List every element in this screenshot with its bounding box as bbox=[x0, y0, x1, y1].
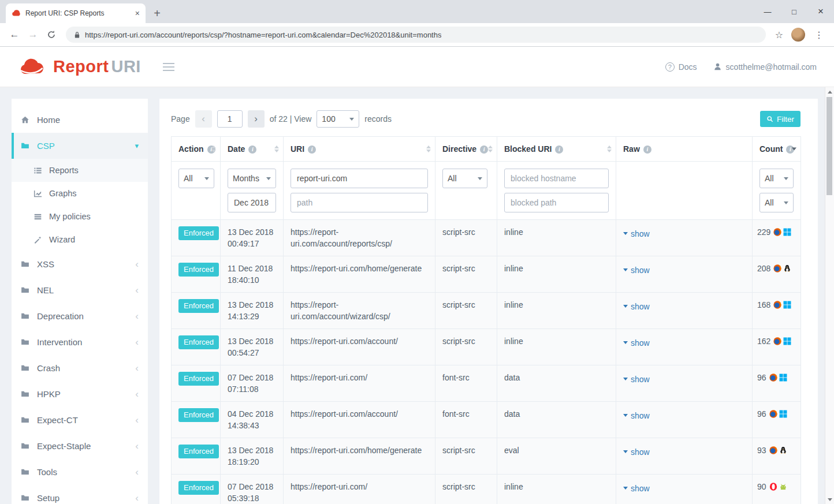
info-icon[interactable] bbox=[643, 145, 651, 154]
sidebar-item-csp[interactable]: CSP ▾ bbox=[12, 133, 148, 159]
uri-path-input[interactable] bbox=[291, 193, 428, 212]
uri-cell: https://report-uri.com/ bbox=[284, 475, 435, 504]
sidebar-item-nel[interactable]: NEL‹ bbox=[12, 277, 148, 303]
enforced-badge: Enforced bbox=[178, 445, 219, 458]
new-tab-button[interactable]: + bbox=[149, 5, 165, 21]
sidebar-item-setup[interactable]: Setup‹ bbox=[12, 485, 148, 504]
caret-down-icon bbox=[784, 177, 788, 180]
sidebar-item-crash[interactable]: Crash‹ bbox=[12, 355, 148, 381]
prev-page-button[interactable]: ‹ bbox=[195, 110, 212, 128]
show-raw-link[interactable]: show bbox=[623, 264, 650, 276]
action-filter-select[interactable]: All bbox=[178, 169, 214, 188]
browser-menu-icon[interactable]: ⋮ bbox=[810, 29, 828, 40]
show-raw-link[interactable]: show bbox=[623, 374, 650, 385]
chevron-left-icon: ‹ bbox=[135, 415, 139, 425]
show-raw-link[interactable]: show bbox=[623, 410, 650, 421]
wizard-icon bbox=[33, 236, 42, 244]
enforced-badge: Enforced bbox=[178, 299, 219, 313]
date-filter-input[interactable] bbox=[228, 193, 276, 212]
sidebar-item-intervention[interactable]: Intervention‹ bbox=[12, 329, 148, 355]
app-header: ReportURI Docs scotthelme@hotmail.com bbox=[0, 47, 834, 87]
next-page-button[interactable]: › bbox=[248, 110, 265, 128]
show-raw-link[interactable]: show bbox=[623, 446, 650, 458]
table-row: Enforced 13 Dec 201800:49:17 https://rep… bbox=[172, 220, 801, 256]
column-date[interactable]: Date bbox=[221, 137, 284, 162]
show-raw-link[interactable]: show bbox=[623, 301, 650, 312]
firefox-icon bbox=[773, 228, 781, 236]
blocked-hostname-input[interactable] bbox=[504, 169, 609, 188]
uri-hostname-input[interactable] bbox=[291, 169, 428, 188]
info-icon[interactable] bbox=[308, 145, 316, 154]
sidebar-toggle-icon[interactable] bbox=[163, 63, 174, 71]
column-action[interactable]: Action bbox=[172, 137, 221, 162]
bookmark-star-icon[interactable]: ☆ bbox=[772, 29, 787, 40]
opera-icon bbox=[769, 483, 777, 491]
count-filter-select-1[interactable]: All bbox=[759, 169, 794, 188]
scroll-down-icon[interactable] bbox=[825, 495, 834, 504]
count-filter-select-2[interactable]: All bbox=[759, 193, 794, 212]
scrollbar-thumb[interactable] bbox=[826, 97, 832, 195]
report-uri-logo[interactable]: ReportURI bbox=[17, 57, 141, 77]
show-raw-link[interactable]: show bbox=[623, 228, 650, 240]
column-uri[interactable]: URI bbox=[284, 137, 435, 162]
table-row: Enforced 04 Dec 201814:38:43 https://rep… bbox=[172, 402, 801, 438]
info-icon[interactable] bbox=[555, 145, 563, 154]
reload-button[interactable] bbox=[43, 26, 60, 43]
browser-profile-avatar[interactable] bbox=[791, 28, 805, 42]
reports-icon bbox=[33, 166, 42, 175]
tab-close-icon[interactable]: × bbox=[134, 8, 141, 18]
column-raw[interactable]: Raw bbox=[616, 137, 753, 162]
window-close-button[interactable]: × bbox=[807, 0, 834, 23]
blocked-uri-cell: inline bbox=[497, 256, 616, 293]
firefox-icon bbox=[769, 446, 777, 454]
sidebar-item-hpkp[interactable]: HPKP‹ bbox=[12, 381, 148, 407]
forward-button[interactable]: → bbox=[24, 26, 42, 43]
show-raw-link[interactable]: show bbox=[623, 337, 650, 349]
sidebar-item-xss[interactable]: XSS‹ bbox=[12, 251, 148, 277]
blocked-uri-cell: inline bbox=[497, 475, 616, 504]
sidebar-item-deprecation[interactable]: Deprecation‹ bbox=[12, 303, 148, 329]
info-icon[interactable] bbox=[480, 145, 488, 154]
column-count[interactable]: Count bbox=[753, 137, 801, 162]
blocked-path-input[interactable] bbox=[504, 193, 609, 212]
page-number-input[interactable] bbox=[217, 110, 243, 128]
sidebar-subitem-wizard[interactable]: Wizard bbox=[12, 228, 148, 251]
directive-filter-select[interactable]: All bbox=[442, 169, 487, 188]
sidebar-item-expect-staple[interactable]: Expect-Staple‹ bbox=[12, 433, 148, 459]
sidebar-item-tools[interactable]: Tools‹ bbox=[12, 459, 148, 485]
address-bar[interactable]: https://report-uri.com/account/reports/c… bbox=[66, 27, 766, 43]
table-row: Enforced 13 Dec 201818:19:20 https://rep… bbox=[172, 438, 801, 475]
column-directive[interactable]: Directive bbox=[435, 137, 497, 162]
scroll-up-icon[interactable] bbox=[825, 87, 834, 96]
sidebar-item-home[interactable]: Home bbox=[12, 107, 148, 133]
sidebar-subitem-graphs[interactable]: Graphs bbox=[12, 182, 148, 205]
table-row: Enforced 11 Dec 201818:40:10 https://rep… bbox=[172, 256, 801, 293]
records-per-page-select[interactable]: 100 bbox=[317, 110, 359, 128]
window-minimize-button[interactable]: — bbox=[754, 0, 781, 23]
sidebar-subitem-my-policies[interactable]: My policies bbox=[12, 205, 148, 228]
sidebar-subitem-reports[interactable]: Reports bbox=[12, 159, 148, 182]
account-menu[interactable]: scotthelme@hotmail.com bbox=[713, 62, 817, 72]
enforced-badge: Enforced bbox=[178, 408, 219, 422]
date-cell: 04 Dec 201814:38:43 bbox=[221, 402, 284, 438]
table-filter-row: All Months bbox=[172, 162, 801, 220]
folder-icon bbox=[21, 364, 29, 372]
chevron-left-icon: ‹ bbox=[135, 493, 139, 503]
column-blocked-uri[interactable]: Blocked URI bbox=[497, 137, 616, 162]
sort-icons bbox=[607, 145, 612, 152]
filter-button[interactable]: Filter bbox=[760, 111, 801, 127]
window-maximize-button[interactable]: □ bbox=[781, 0, 807, 23]
browser-window: Report URI: CSP Reports × + — □ × ← → ht… bbox=[0, 0, 834, 504]
back-button[interactable]: ← bbox=[6, 26, 23, 43]
uri-cell: https://report-uri.com/account/wizard/cs… bbox=[284, 293, 435, 329]
page-scrollbar[interactable] bbox=[825, 87, 834, 504]
sidebar-item-expect-ct[interactable]: Expect-CT‹ bbox=[12, 407, 148, 433]
browser-tab[interactable]: Report URI: CSP Reports × bbox=[6, 3, 146, 23]
info-icon[interactable] bbox=[248, 145, 256, 154]
folder-icon bbox=[21, 286, 29, 294]
chevron-left-icon: ‹ bbox=[135, 467, 139, 477]
show-raw-link[interactable]: show bbox=[623, 483, 650, 494]
date-unit-select[interactable]: Months bbox=[228, 169, 276, 188]
folder-icon bbox=[21, 442, 29, 450]
docs-link[interactable]: Docs bbox=[665, 62, 697, 72]
